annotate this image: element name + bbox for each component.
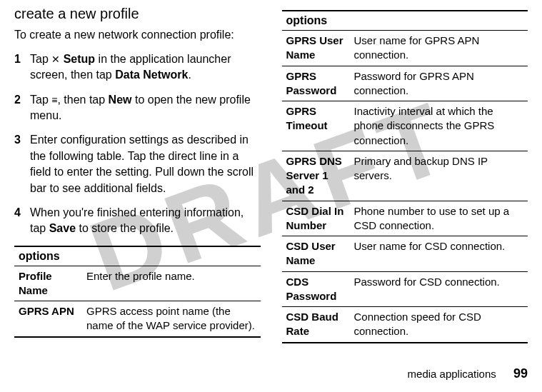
table-row: CSD Dial In Number Phone number to use t…	[282, 201, 528, 236]
setup-icon: ✕	[51, 53, 60, 67]
option-name: CSD Baud Rate	[282, 307, 350, 343]
step-1: 1 Tap ✕ Setup in the application launche…	[14, 51, 261, 84]
option-desc: Connection speed for CSD connection.	[350, 307, 528, 343]
step-2: 2 Tap ≡, then tap New to open the new pr…	[14, 92, 261, 124]
step-text: Enter configuration settings as describe…	[30, 132, 261, 196]
options-table-2: options GPRS User Name User name for GPR…	[282, 10, 528, 343]
page-number: 99	[513, 366, 528, 381]
text-bold: Data Network	[115, 69, 188, 81]
text-bold: Save	[49, 222, 76, 234]
step-number: 1	[14, 51, 30, 84]
table-row: GPRS User Name User name for GPRS APN co…	[282, 31, 528, 66]
table-row: GPRS Timeout Inactivity interval at whic…	[282, 101, 528, 151]
right-column: options GPRS User Name User name for GPR…	[282, 6, 528, 343]
option-name: GPRS APN	[14, 301, 82, 337]
table-row: Profile Name Enter the profile name.	[14, 266, 261, 301]
table-header: options	[14, 246, 261, 266]
option-desc: GPRS access point name (the name of the …	[82, 301, 261, 337]
option-desc: Primary and backup DNS IP servers.	[350, 151, 528, 201]
option-desc: Password for CSD connection.	[350, 271, 528, 307]
option-desc: User name for GPRS APN connection.	[350, 31, 528, 66]
option-desc: Inactivity interval at which the phone d…	[350, 101, 528, 151]
step-text: When you're finished entering informatio…	[30, 205, 261, 237]
text: .	[188, 69, 191, 81]
option-name: GPRS Timeout	[282, 101, 350, 151]
text-bold: New	[109, 94, 132, 106]
text: Tap	[30, 94, 51, 106]
table-row: GPRS APN GPRS access point name (the nam…	[14, 301, 261, 337]
text: to store the profile.	[76, 222, 174, 234]
option-desc: Enter the profile name.	[82, 266, 261, 301]
option-name: Profile Name	[14, 266, 82, 301]
table-row: GPRS Password Password for GPRS APN conn…	[282, 66, 528, 101]
text: Tap	[30, 53, 51, 65]
option-name: CSD User Name	[282, 236, 350, 272]
option-name: GPRS Password	[282, 66, 350, 101]
table-row: CSD Baud Rate Connection speed for CSD c…	[282, 307, 528, 343]
left-column: create a new profile To create a new net…	[14, 6, 261, 343]
table-row: GPRS DNS Server 1 and 2 Primary and back…	[282, 151, 528, 201]
option-desc: Password for GPRS APN connection.	[350, 66, 528, 101]
step-number: 4	[14, 205, 30, 237]
table-header: options	[282, 11, 528, 31]
table-row: CSD User Name User name for CSD connecti…	[282, 236, 528, 272]
footer: media applications 99	[408, 366, 528, 381]
step-4: 4 When you're finished entering informat…	[14, 205, 261, 237]
step-number: 3	[14, 132, 30, 196]
options-table-1: options Profile Name Enter the profile n…	[14, 246, 261, 338]
page-content: create a new profile To create a new net…	[14, 6, 528, 343]
intro-text: To create a new network connection profi…	[14, 28, 261, 43]
text: , then tap	[57, 94, 108, 106]
option-name: CSD Dial In Number	[282, 201, 350, 236]
step-number: 2	[14, 92, 30, 124]
option-desc: User name for CSD connection.	[350, 236, 528, 272]
option-desc: Phone number to use to set up a CSD conn…	[350, 201, 528, 236]
step-text: Tap ✕ Setup in the application launcher …	[30, 51, 261, 84]
step-text: Tap ≡, then tap New to open the new prof…	[30, 92, 261, 124]
section-name: media applications	[408, 368, 496, 380]
option-name: CDS Password	[282, 271, 350, 307]
option-name: GPRS DNS Server 1 and 2	[282, 151, 350, 201]
step-3: 3 Enter configuration settings as descri…	[14, 132, 261, 196]
table-row: CDS Password Password for CSD connection…	[282, 271, 528, 307]
text-bold: Setup	[60, 53, 95, 65]
heading: create a new profile	[14, 6, 261, 22]
option-name: GPRS User Name	[282, 31, 350, 66]
